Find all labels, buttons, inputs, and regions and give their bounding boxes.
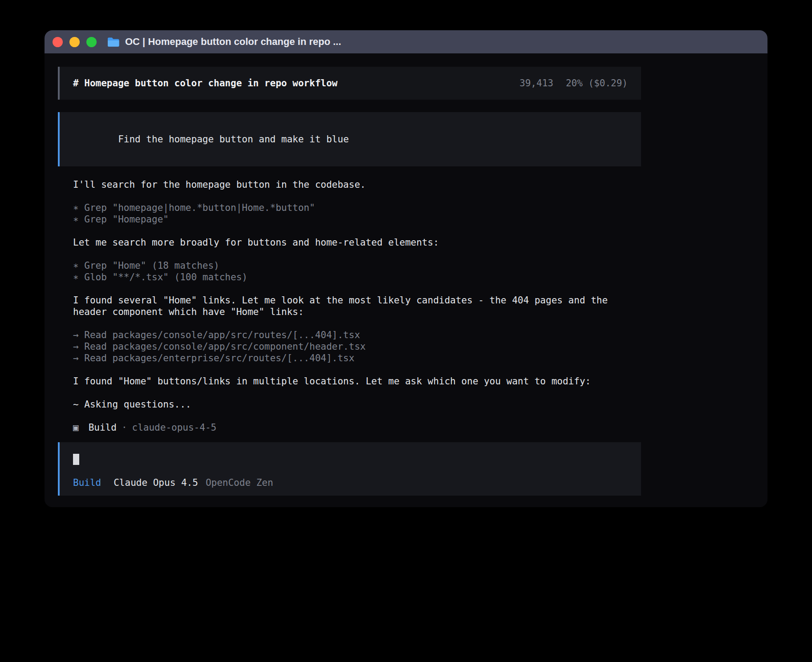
agent-icon: ▣ <box>73 422 79 433</box>
tool-call-grep: ∗ Grep "Homepage" <box>73 214 641 225</box>
text-cursor <box>73 454 79 465</box>
agent-model: claude-opus-4-5 <box>132 422 217 433</box>
terminal-content: # Homepage button color change in repo w… <box>45 53 767 507</box>
minimize-button[interactable] <box>69 37 80 47</box>
context-usage: 20% ($0.29) <box>566 77 628 89</box>
agent-name: Build <box>89 422 117 433</box>
user-message-block: Find the homepage button and make it blu… <box>58 112 641 166</box>
session-title: # Homepage button color change in repo w… <box>73 77 337 89</box>
transcript: I'll search for the homepage button in t… <box>58 179 641 433</box>
terminal-window: OC | Homepage button color change in rep… <box>45 30 767 507</box>
tool-call-grep: ∗ Grep "homepage|home.*button|Home.*butt… <box>73 202 641 214</box>
titlebar[interactable]: OC | Homepage button color change in rep… <box>45 30 767 53</box>
status-footer: ········ esc interrupt ctrl+t variants t… <box>58 502 641 507</box>
tool-call-read: → Read packages/console/app/src/componen… <box>73 341 641 352</box>
tool-call-read: → Read packages/enterprise/src/routes/[.… <box>73 352 641 364</box>
user-message-text: Find the homepage button and make it blu… <box>118 134 349 145</box>
shortcut-hint: ctrl+p commands <box>523 502 641 507</box>
status-asking-questions: ~ Asking questions... <box>73 399 641 410</box>
tool-call-read: → Read packages/console/app/src/routes/[… <box>73 329 641 341</box>
input-provider: OpenCode Zen <box>206 477 273 488</box>
shortcut-hint: tab agents <box>404 502 512 507</box>
session-column: # Homepage button color change in repo w… <box>58 53 641 507</box>
footer-right: ctrl+t variants tab agents ctrl+p comman… <box>274 502 641 507</box>
close-button[interactable] <box>53 37 63 47</box>
agent-status-row: ▣ Build · claude-opus-4-5 <box>73 422 641 433</box>
assistant-text: I found "Home" buttons/links in multiple… <box>73 375 641 387</box>
input-model: Claude Opus 4.5 <box>114 477 198 488</box>
assistant-text: Let me search more broadly for buttons a… <box>73 237 641 248</box>
input-mode: Build <box>73 477 101 488</box>
tool-call-grep: ∗ Grep "Home" (18 matches) <box>73 260 641 271</box>
separator-dot: · <box>122 422 127 433</box>
zoom-button[interactable] <box>86 37 97 47</box>
assistant-text: I found several "Home" links. Let me loo… <box>73 295 641 318</box>
session-stats: 39,413 20% ($0.29) <box>520 77 628 89</box>
token-count: 39,413 <box>520 77 553 89</box>
prompt-input[interactable]: Build Claude Opus 4.5 OpenCode Zen <box>58 442 641 496</box>
tool-call-glob: ∗ Glob "**/*.tsx" (100 matches) <box>73 271 641 283</box>
title-wrap: OC | Homepage button color change in rep… <box>107 36 341 48</box>
assistant-text: I'll search for the homepage button in t… <box>73 179 641 190</box>
folder-icon <box>107 37 119 47</box>
input-status-row: Build Claude Opus 4.5 OpenCode Zen <box>73 477 628 488</box>
session-header: # Homepage button color change in repo w… <box>58 67 641 100</box>
window-title: OC | Homepage button color change in rep… <box>125 36 341 48</box>
shortcut-hint: ctrl+t variants <box>274 502 393 507</box>
traffic-lights <box>53 37 97 47</box>
